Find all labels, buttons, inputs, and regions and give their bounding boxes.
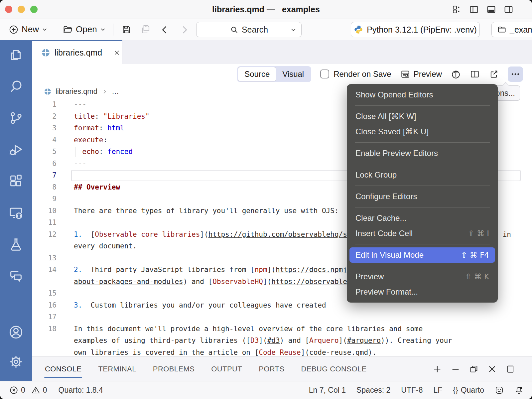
panel-tab-output[interactable]: OUTPUT <box>210 361 243 377</box>
menu-item-close-all-k-w[interactable]: Close All [⌘K W] <box>347 109 498 124</box>
sidebar-item-chat[interactable] <box>8 268 24 284</box>
workspace-selector[interactable]: _examples <box>491 22 532 37</box>
line-number: 12 <box>32 229 57 241</box>
sidebar-item-testing[interactable] <box>8 237 24 252</box>
quarto-version-status[interactable]: Quarto: 1.8.4 <box>59 386 103 395</box>
menu-item-edit-in-visual-mode[interactable]: Edit in Visual Mode⇧ ⌘ F4 <box>349 247 495 263</box>
panel-tab-debug-console[interactable]: DEBUG CONSOLE <box>301 361 367 377</box>
search-icon <box>230 25 238 34</box>
chevron-down-icon[interactable] <box>290 27 297 33</box>
menu-item-label: Lock Group <box>355 170 397 180</box>
line-number: 17 <box>32 311 57 323</box>
sidebar-item-settings[interactable] <box>8 354 24 369</box>
testing-icon <box>8 237 24 252</box>
visual-mode-button[interactable]: Visual <box>276 67 310 81</box>
menu-divider <box>355 266 490 266</box>
breadcrumb-more[interactable]: … <box>112 87 119 96</box>
preview-icon <box>400 69 410 79</box>
panel-tab-console[interactable]: CONSOLE <box>44 361 82 377</box>
line-text: There are three types of library you'll … <box>74 207 339 215</box>
add-icon[interactable] <box>432 364 442 374</box>
line-number: 9 <box>32 193 57 205</box>
line-text: every document. <box>74 242 137 250</box>
window-layout-controls <box>452 0 513 19</box>
new-button[interactable]: New <box>6 22 50 37</box>
code-line[interactable]: own libraries is covered in the article … <box>32 347 532 357</box>
tab-libraries-qmd[interactable]: libraries.qmd <box>32 40 122 64</box>
code-line[interactable]: 18In this document we'll provide a high-… <box>32 323 532 335</box>
menu-item-lock-group[interactable]: Lock Group <box>347 167 498 183</box>
menu-item-label: Close All [⌘K W] <box>355 112 416 121</box>
remote-sessions-icon <box>8 205 24 220</box>
panel-tab-terminal[interactable]: TERMINAL <box>97 361 137 377</box>
line-number: 8 <box>32 182 57 194</box>
eol-status[interactable]: LF <box>433 386 442 395</box>
language-mode-status[interactable]: {} Quarto <box>453 386 484 395</box>
menu-item-insert-code-cell[interactable]: Insert Code Cell⇧ ⌘ I <box>347 226 498 241</box>
toggle-primary-sidebar-icon[interactable] <box>469 5 479 14</box>
render-icon[interactable] <box>451 69 461 79</box>
plus-circle-icon <box>9 25 19 35</box>
feedback-button[interactable] <box>495 386 504 395</box>
line-text: 3. Custom libraries you and/or your coll… <box>74 301 326 309</box>
restore-icon[interactable] <box>469 364 479 374</box>
panel-bar: CONSOLETERMINALPROBLEMSOUTPUTPORTSDEBUG … <box>32 356 532 381</box>
sidebar-item-extensions[interactable] <box>8 174 24 189</box>
open-button[interactable]: Open <box>60 22 108 37</box>
menu-item-close-saved-k-u[interactable]: Close Saved [⌘K U] <box>347 124 498 139</box>
panel-tab-problems[interactable]: PROBLEMS <box>152 361 195 377</box>
preview-button[interactable]: Preview <box>400 69 442 79</box>
back-icon[interactable] <box>157 22 173 37</box>
panel-tab-ports[interactable]: PORTS <box>258 361 285 377</box>
sidebar-item-search[interactable] <box>8 79 24 94</box>
menu-item-enable-preview-editors[interactable]: Enable Preview Editors <box>347 146 498 161</box>
menu-item-preview-format[interactable]: Preview Format... <box>347 284 498 300</box>
notifications-button[interactable] <box>514 386 523 395</box>
code-line[interactable]: examples of using third-party libraries … <box>32 335 532 347</box>
line-number: 18 <box>32 323 57 335</box>
open-in-new-window-icon[interactable] <box>489 69 499 79</box>
menu-item-label: Preview <box>355 272 384 281</box>
line-number: 6 <box>32 158 57 170</box>
settings-icon <box>8 354 24 369</box>
toggle-panel-icon[interactable] <box>486 5 496 14</box>
cursor-position-status[interactable]: Ln 7, Col 1 <box>309 386 346 395</box>
more-actions-button[interactable] <box>508 66 523 82</box>
problems-status[interactable]: 0 0 <box>9 386 47 395</box>
search-input[interactable]: Search <box>196 22 302 37</box>
line-text: title: "Libraries" <box>74 112 150 120</box>
menu-item-clear-cache[interactable]: Clear Cache... <box>347 210 498 226</box>
menu-item-show-opened-editors[interactable]: Show Opened Editors <box>347 87 498 102</box>
chevron-down-icon <box>100 27 106 32</box>
sidebar-item-run-debug[interactable] <box>8 142 24 157</box>
toggle-secondary-sidebar-icon[interactable] <box>504 5 513 14</box>
sidebar-item-remote-sessions[interactable] <box>8 205 24 220</box>
search-icon <box>8 79 24 94</box>
line-text: own libraries is covered in the article … <box>74 348 376 356</box>
sidebar-item-explorer[interactable] <box>8 47 24 63</box>
close-tab-icon[interactable] <box>114 50 120 56</box>
split-editor-icon[interactable] <box>470 69 480 79</box>
interpreter-selector[interactable]: Python 3.12.1 (PipEnv: .venv) <box>351 22 480 37</box>
indentation-status[interactable]: Spaces: 2 <box>356 386 390 395</box>
menu-item-shortcut: ⇧ ⌘ F4 <box>461 251 489 259</box>
source-mode-button[interactable]: Source <box>238 67 276 81</box>
render-on-save-checkbox[interactable] <box>320 69 329 78</box>
breadcrumb-file[interactable]: libraries.qmd <box>56 87 97 96</box>
code-line[interactable]: 17 <box>32 311 532 323</box>
encoding-status[interactable]: UTF-8 <box>401 386 423 395</box>
panel-layout-icon[interactable] <box>505 364 515 374</box>
minimize-icon[interactable] <box>451 364 461 374</box>
menu-item-label: Enable Preview Editors <box>355 149 438 158</box>
close-icon[interactable] <box>487 364 497 374</box>
sidebar-item-source-control[interactable] <box>8 110 24 126</box>
save-icon[interactable] <box>118 22 135 37</box>
menu-item-label: Show Opened Editors <box>355 90 433 99</box>
account-icon <box>8 325 24 340</box>
sidebar-item-account[interactable] <box>8 325 24 340</box>
customize-layout-icon[interactable] <box>452 5 462 14</box>
menu-item-configure-editors[interactable]: Configure Editors <box>347 189 498 204</box>
line-number: 5 <box>32 146 57 158</box>
status-bar: 0 0 Quarto: 1.8.4 Ln 7, Col 1 Spaces: 2 … <box>0 381 532 399</box>
menu-item-preview[interactable]: Preview⇧ ⌘ K <box>347 269 498 284</box>
